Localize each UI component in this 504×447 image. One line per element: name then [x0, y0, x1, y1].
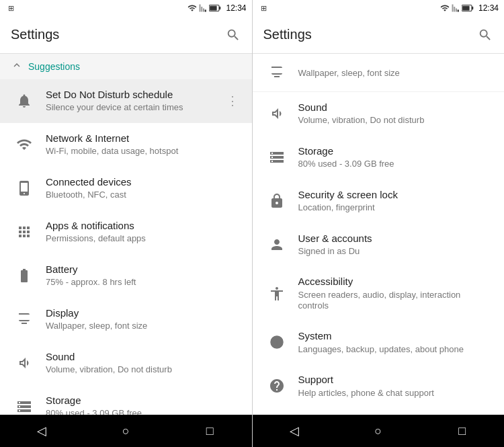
setting-text-storage: Storage 80% used - 3.09 GB free: [46, 394, 241, 415]
setting-item-security[interactable]: Security & screen lock Location, fingerp…: [253, 179, 505, 223]
setting-subtitle-storage: 80% used - 3.09 GB free: [46, 408, 241, 415]
devices-icon: [11, 175, 38, 202]
left-search-button[interactable]: [225, 27, 241, 43]
left-back-button[interactable]: ◁: [22, 415, 62, 447]
setting-title-storage-r: Storage: [298, 145, 494, 158]
svg-text:i: i: [276, 338, 277, 346]
left-status-icons: 12:34: [187, 3, 246, 13]
setting-item-do-not-disturb[interactable]: Set Do Not Disturb schedule Silence your…: [0, 79, 252, 123]
wifi-icon: [187, 3, 197, 13]
setting-subtitle-sound: Volume, vibration, Do not disturb: [46, 364, 241, 376]
setting-subtitle-security: Location, fingerprint: [298, 202, 494, 214]
setting-subtitle-do-not-disturb: Silence your device at certain times: [46, 102, 224, 114]
display-r-icon: [263, 59, 290, 86]
setting-subtitle-system: Languages, backup, updates, about phone: [298, 344, 494, 356]
setting-item-system[interactable]: i System Languages, backup, updates, abo…: [253, 321, 505, 364]
setting-subtitle-support: Help articles, phone & chat support: [298, 388, 494, 399]
setting-item-storage-r[interactable]: Storage 80% used - 3.09 GB free: [253, 136, 505, 179]
svg-rect-4: [472, 7, 473, 10]
chevron-up-icon: [11, 59, 23, 74]
setting-title-connected: Connected devices: [46, 175, 241, 189]
storage-r-icon: [263, 144, 290, 171]
setting-title-support: Support: [298, 373, 494, 387]
left-search-icon: [226, 28, 241, 42]
setting-item-support[interactable]: Support Help articles, phone & chat supp…: [253, 364, 505, 408]
setting-subtitle-display-r: Wallpaper, sleep, font size: [298, 68, 494, 79]
setting-subtitle-connected: Bluetooth, NFC, cast: [46, 190, 241, 201]
wifi-setting-icon: [11, 131, 38, 158]
setting-text-support: Support Help articles, phone & chat supp…: [298, 373, 494, 399]
right-settings-title: Settings: [263, 27, 478, 42]
right-home-icon: ○: [374, 424, 382, 438]
setting-text-security: Security & screen lock Location, fingerp…: [298, 188, 494, 214]
setting-title-battery: Battery: [46, 263, 241, 276]
right-search-button[interactable]: [477, 27, 493, 43]
setting-item-connected[interactable]: Connected devices Bluetooth, NFC, cast: [0, 167, 252, 210]
signal-icon: [199, 3, 207, 13]
setting-item-storage[interactable]: Storage 80% used - 3.09 GB free: [0, 385, 252, 415]
setting-title-network: Network & Internet: [46, 132, 241, 145]
setting-title-do-not-disturb: Set Do Not Disturb schedule: [46, 88, 224, 101]
setting-text-connected: Connected devices Bluetooth, NFC, cast: [46, 175, 241, 201]
right-home-button[interactable]: ○: [358, 415, 398, 447]
left-status-left: ⊞: [5, 4, 185, 13]
right-panel: ⊞ 12:34 Settings W: [253, 0, 505, 447]
setting-item-sound-r[interactable]: Sound Volume, vibration, Do not disturb: [253, 92, 505, 136]
setting-title-system: System: [298, 329, 494, 343]
setting-subtitle-sound-r: Volume, vibration, Do not disturb: [298, 115, 494, 126]
right-back-button[interactable]: ◁: [274, 415, 314, 447]
user-icon: [263, 231, 290, 258]
setting-item-user-accounts[interactable]: User & accounts Signed in as Du: [253, 223, 505, 267]
bell-icon: [11, 87, 38, 114]
setting-item-display[interactable]: Display Wallpaper, sleep, font size: [0, 298, 252, 341]
setting-item-display-r[interactable]: Wallpaper, sleep, font size: [253, 54, 505, 92]
setting-subtitle-display: Wallpaper, sleep, font size: [46, 321, 241, 332]
setting-item-google[interactable]: Google: [253, 408, 505, 415]
setting-subtitle-network: Wi-Fi, mobile, data usage, hotspot: [46, 146, 241, 157]
setting-title-apps: Apps & notifications: [46, 219, 241, 233]
left-status-bar: ⊞ 12:34: [0, 0, 252, 16]
setting-subtitle-user-accounts: Signed in as Du: [298, 246, 494, 257]
setting-text-accessibility: Accessibility Screen readers, audio, dis…: [298, 275, 494, 312]
battery-icon: [209, 3, 221, 13]
battery-setting-icon: [11, 262, 38, 289]
setting-item-battery[interactable]: Battery 75% - approx. 8 hrs left: [0, 254, 252, 298]
left-settings-title: Settings: [11, 27, 225, 42]
right-search-icon: [478, 28, 493, 42]
storage-icon: [11, 393, 38, 415]
setting-subtitle-accessibility: Screen readers, audio, display, interact…: [298, 290, 494, 313]
right-recents-button[interactable]: □: [442, 415, 482, 447]
setting-title-security: Security & screen lock: [298, 188, 494, 202]
right-wifi-icon: [440, 3, 450, 13]
setting-text-apps: Apps & notifications Permissions, defaul…: [46, 219, 241, 245]
support-icon: [263, 372, 290, 399]
right-battery-icon: [462, 3, 474, 13]
right-nav-bar: ◁ ○ □: [253, 415, 505, 447]
setting-item-network[interactable]: Network & Internet Wi-Fi, mobile, data u…: [0, 123, 252, 167]
left-settings-list: Suggestions Set Do Not Disturb schedule …: [0, 54, 252, 415]
left-back-icon: ◁: [37, 423, 46, 438]
right-photo-icon: ⊞: [261, 4, 267, 13]
setting-title-storage: Storage: [46, 394, 241, 407]
setting-title-sound-r: Sound: [298, 101, 494, 114]
sound-r-icon: [263, 100, 290, 127]
left-recents-button[interactable]: □: [190, 415, 230, 447]
left-home-button[interactable]: ○: [106, 415, 146, 447]
setting-title-display: Display: [46, 307, 241, 320]
setting-text-sound: Sound Volume, vibration, Do not disturb: [46, 350, 241, 376]
left-nav-bar: ◁ ○ □: [0, 415, 252, 447]
right-signal-icon: [452, 3, 460, 13]
setting-item-sound[interactable]: Sound Volume, vibration, Do not disturb: [0, 341, 252, 385]
display-icon: [11, 306, 38, 333]
system-icon: i: [263, 329, 290, 356]
left-app-bar: Settings: [0, 16, 252, 54]
right-settings-list: Wallpaper, sleep, font size Sound Volume…: [253, 54, 505, 415]
setting-title-user-accounts: User & accounts: [298, 232, 494, 245]
setting-text-display: Display Wallpaper, sleep, font size: [46, 307, 241, 332]
setting-item-accessibility[interactable]: Accessibility Screen readers, audio, dis…: [253, 267, 505, 321]
setting-subtitle-storage-r: 80% used - 3.09 GB free: [298, 159, 494, 170]
more-icon-do-not-disturb[interactable]: ⋮: [224, 91, 241, 111]
setting-text-battery: Battery 75% - approx. 8 hrs left: [46, 263, 241, 288]
left-time: 12:34: [226, 3, 246, 13]
setting-item-apps[interactable]: Apps & notifications Permissions, defaul…: [0, 210, 252, 254]
